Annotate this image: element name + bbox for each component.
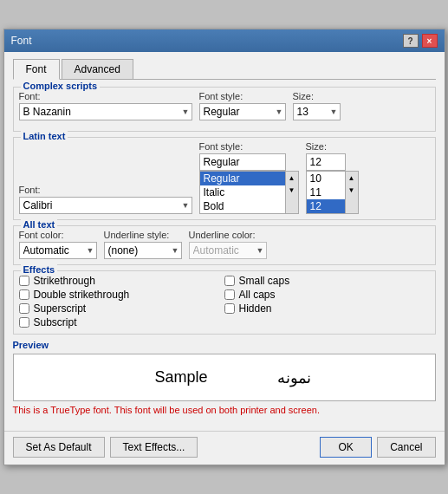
small-caps-checkbox[interactable] [224,276,235,286]
latin-style-list: Regular Italic Bold [199,171,286,214]
style-option-bold[interactable]: Bold [200,199,285,213]
underline-style-label: Underline style: [104,230,182,240]
double-strikethrough-checkbox[interactable] [19,289,29,300]
all-caps-row: All caps [224,289,430,301]
font-color-select-wrap: Automatic ▼ [19,242,97,259]
complex-scripts-label: Complex scripts [21,81,101,91]
complex-scripts-section: Complex scripts Font: B Nazanin ▼ Font s… [13,87,436,132]
underline-style-select[interactable]: (none) [104,242,182,259]
effects-grid: Strikethrough Double strikethrough Super… [19,275,430,328]
latin-style-list-wrap: Regular Italic Bold ▲ ▼ [199,171,299,214]
latin-style-combo: Regular Italic Bold ▲ ▼ [199,153,299,214]
title-controls: ? × [403,34,438,48]
superscript-checkbox[interactable] [19,303,29,314]
cs-style-field: Font style: Regular ▼ [199,91,286,120]
preview-section: Preview Sample نمونه This is a TrueType … [13,340,436,415]
cs-size-field: Size: 13 ▼ [293,91,341,120]
cancel-button[interactable]: Cancel [377,437,435,458]
footer-right-buttons: OK Cancel [320,437,435,458]
cs-size-select[interactable]: 13 [293,103,341,120]
style-scroll-down[interactable]: ▼ [286,184,298,196]
latin-size-list-wrap: 10 11 12 ▲ ▼ [306,171,359,214]
all-text-section: All text Font color: Automatic ▼ Underli… [13,225,436,265]
latin-text-section: Latin text Font: Calibri ▼ Font style: [13,137,436,220]
style-scroll: ▲ ▼ [286,171,299,214]
size-scroll: ▲ ▼ [346,171,359,214]
hidden-row: Hidden [224,302,430,315]
subscript-label: Subscript [34,316,77,328]
preview-box: Sample نمونه [13,354,436,401]
preview-sample: Sample [154,368,207,387]
dialog-footer: Set As Default Text Effects... OK Cancel [4,431,445,465]
tab-bar: Font Advanced [13,59,436,80]
cs-style-select-wrap: Regular ▼ [199,103,286,120]
dialog-title: Font [11,35,32,47]
latin-text-label: Latin text [21,131,68,141]
strikethrough-label: Strikethrough [34,275,95,287]
size-scroll-down[interactable]: ▼ [346,184,358,196]
style-option-regular[interactable]: Regular [200,172,285,185]
latin-font-field: Font: Calibri ▼ [19,185,192,214]
latin-font-label: Font: [19,185,192,195]
cs-style-label: Font style: [199,91,286,101]
cs-size-label: Size: [293,91,341,101]
latin-style-field: Font style: Regular Italic Bold ▲ ▼ [199,141,299,214]
double-strikethrough-label: Double strikethrough [34,289,130,301]
size-scroll-up[interactable]: ▲ [346,172,358,184]
latin-font-select-wrap: Calibri ▼ [19,197,192,214]
preview-note: This is a TrueType font. This font will … [13,405,436,415]
all-caps-checkbox[interactable] [224,289,235,300]
subscript-row: Subscript [19,316,224,328]
font-color-field: Font color: Automatic ▼ [19,230,97,259]
cs-style-select[interactable]: Regular [199,103,286,120]
latin-fields: Font: Calibri ▼ Font style: Re [19,141,430,214]
cs-font-select[interactable]: B Nazanin [19,103,192,120]
latin-size-list: 10 11 12 [306,171,346,214]
latin-style-label: Font style: [199,141,299,152]
font-dialog: Font ? × Font Advanced Complex scripts F… [3,29,445,465]
all-text-label: All text [21,219,58,230]
font-color-select[interactable]: Automatic [19,242,97,259]
latin-size-input[interactable] [306,153,346,171]
all-text-fields: Font color: Automatic ▼ Underline style:… [19,230,430,259]
help-button[interactable]: ? [403,34,419,48]
latin-font-select[interactable]: Calibri [19,197,192,214]
tab-font[interactable]: Font [13,59,60,80]
close-button[interactable]: × [422,34,438,48]
small-caps-row: Small caps [224,275,430,287]
strikethrough-checkbox[interactable] [19,276,29,286]
text-effects-button[interactable]: Text Effects... [110,437,198,458]
superscript-row: Superscript [19,302,224,315]
font-color-label: Font color: [19,230,97,240]
tab-advanced[interactable]: Advanced [62,59,133,79]
effects-section: Effects Strikethrough Double strikethrou… [13,270,436,335]
latin-style-input[interactable] [199,153,286,171]
ok-button[interactable]: OK [320,437,372,458]
style-option-italic[interactable]: Italic [200,185,285,199]
subscript-checkbox[interactable] [19,317,29,328]
cs-size-select-wrap: 13 ▼ [293,103,341,120]
strikethrough-row: Strikethrough [19,275,224,287]
hidden-checkbox[interactable] [224,303,235,314]
set-as-default-button[interactable]: Set As Default [13,437,105,458]
effects-label: Effects [21,264,58,275]
underline-color-select[interactable]: Automatic [189,242,267,259]
latin-size-label: Size: [306,141,359,152]
underline-color-label: Underline color: [189,230,267,240]
latin-size-combo: 10 11 12 ▲ ▼ [306,153,359,214]
cs-font-field: Font: B Nazanin ▼ [19,91,192,120]
complex-scripts-fields: Font: B Nazanin ▼ Font style: Regular [19,91,430,120]
effects-col-right: Small caps All caps Hidden [224,275,430,328]
style-scroll-up[interactable]: ▲ [286,172,298,184]
superscript-label: Superscript [34,302,87,315]
footer-left-buttons: Set As Default Text Effects... [13,437,198,458]
all-caps-label: All caps [239,289,276,301]
title-bar: Font ? × [4,29,445,52]
cs-font-label: Font: [19,91,192,101]
preview-label: Preview [13,340,436,350]
size-option-10[interactable]: 10 [307,172,345,185]
underline-style-field: Underline style: (none) ▼ [104,230,182,259]
underline-color-select-wrap: Automatic ▼ [189,242,267,259]
size-option-12[interactable]: 12 [307,199,345,213]
size-option-11[interactable]: 11 [307,185,345,199]
